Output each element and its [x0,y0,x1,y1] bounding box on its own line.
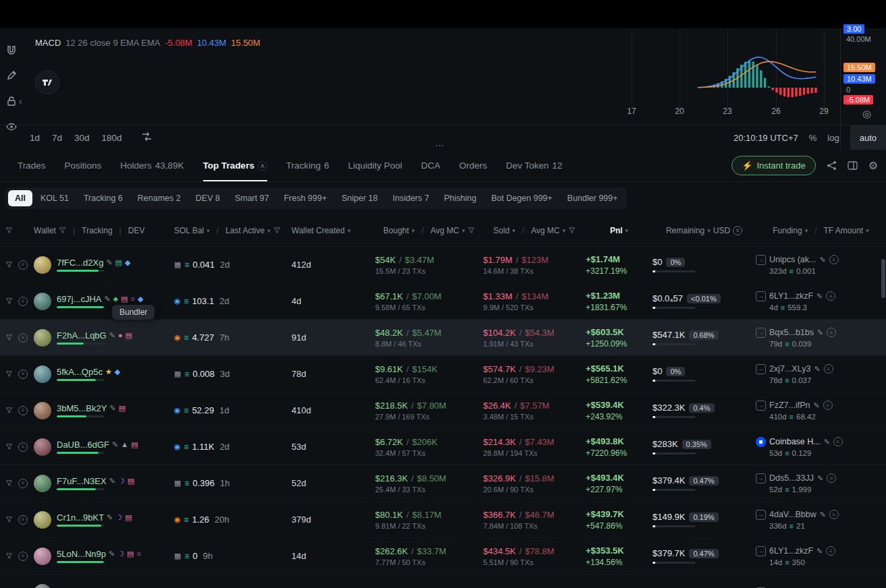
stack-green-icon[interactable]: ▤ [115,259,122,266]
row-filter-icon[interactable] [5,370,13,378]
col-wallet-created[interactable]: Wallet Created [292,226,345,235]
chip-dev-8[interactable]: DEV 8 [189,190,227,206]
clock[interactable]: 20:10:19 UTC+7 [733,133,798,143]
person-icon[interactable]: ● [118,332,123,339]
table-row[interactable]: ≡ 5fkA...Qp5c★◆ ▦ ≡ 0.008 3d 78d $9.61K/… [0,356,886,392]
edit-icon[interactable]: ✎ [109,332,115,339]
timeframe-30d[interactable]: 30d [74,133,90,143]
row-menu-icon[interactable]: ≡ [18,552,28,561]
col-dev[interactable]: DEV [128,226,145,235]
row-filter-icon[interactable] [5,443,13,450]
wallet-address[interactable]: 697j...cJHA [57,294,101,304]
gem-icon[interactable]: ◆ [138,295,143,303]
avatar[interactable] [34,475,51,492]
transfer-icon[interactable]: → [756,291,766,301]
edit-icon[interactable]: ✎ [817,328,823,337]
tab-dca[interactable]: DCA [412,150,450,181]
timeframe-1d[interactable]: 1d [30,133,40,143]
tab-tracking[interactable]: Tracking6 [277,150,339,181]
filter-funnel-icon[interactable] [5,227,13,234]
avatar[interactable] [34,365,51,383]
funding-copy-icon[interactable]: ≡ [824,364,833,374]
tab-holders[interactable]: Holders43,89K [111,150,193,181]
stack-pink-icon[interactable]: ▤ [125,514,132,521]
ring-icon[interactable]: ○ [130,295,135,303]
wallet-address[interactable]: 7fFC...d2Xg [57,258,103,268]
share-nodes-icon[interactable] [827,160,837,171]
chip-sniper-18[interactable]: Sniper 18 [335,190,385,206]
funding-source[interactable]: 4daV...Bbbw [769,510,816,519]
gem-icon[interactable]: ◆ [115,368,120,376]
tab-liquidity-pool[interactable]: Liquidity Pool [339,150,412,181]
table-row[interactable]: ≡ 7fFC...d2Xg✎▤◆ ▦ ≡ 0.041 2d 412d $54K/… [0,247,886,283]
transfer-icon[interactable]: → [756,401,766,411]
sold-filter-icon[interactable] [568,227,576,234]
row-filter-icon[interactable] [5,552,13,560]
funding-source[interactable]: 6LY1...zkzF [769,546,813,556]
edit-icon[interactable]: ✎ [819,256,825,264]
gear-icon[interactable]: ⚙ [868,159,878,172]
instant-trade-button[interactable]: ⚡ Instant trade [731,156,816,175]
indicator-name[interactable]: MACD [35,38,61,48]
col-pnl[interactable]: Pnl [610,226,623,235]
timeframe-180d[interactable]: 180d [102,133,122,143]
chip-all[interactable]: All [8,190,32,206]
ring-icon[interactable]: ○ [137,550,142,558]
table-row[interactable]: ≡ F7uF...N3EX✎☽▤ ▦ ≡ 0.396 1h 52d $216.3… [0,465,886,502]
col-bought[interactable]: Bought [383,226,409,235]
row-filter-icon[interactable] [5,334,13,341]
avatar[interactable] [34,511,51,529]
wallet-address[interactable]: 5LoN...Nn9p [57,549,106,559]
avatar[interactable] [34,329,51,347]
funding-copy-icon[interactable]: ≡ [829,510,839,519]
draw-tool-icon[interactable] [6,70,17,81]
wallet-address[interactable]: DaUB...6dGF [57,440,109,450]
col-wallet[interactable]: Wallet [34,226,56,235]
chip-smart-97[interactable]: Smart 97 [228,190,276,206]
col-last-active[interactable]: Last Active [225,226,265,235]
avatar[interactable] [34,548,51,565]
edit-icon[interactable]: ✎ [816,547,823,556]
star-icon[interactable]: ★ [105,368,112,376]
moon-icon[interactable]: ☽ [118,477,125,485]
table-row[interactable]: ≡ $569.7K/$45.4M $462.8K/$73.9M +$321.5K [0,575,886,588]
edit-icon[interactable]: ✎ [106,259,112,266]
funding-source[interactable]: FzZ7...ifPn [769,401,810,410]
avatar[interactable] [34,256,51,274]
funding-copy-icon[interactable]: ≡ [826,291,835,301]
transfer-icon[interactable]: → [756,364,766,374]
chip-tracking-6[interactable]: Tracking 6 [77,190,130,206]
tab-positions[interactable]: Positions [55,150,111,181]
chip-bot-degen-999-[interactable]: Bot Degen 999+ [484,190,559,206]
funding-copy-icon[interactable]: ≡ [827,328,836,337]
chip-kol-51[interactable]: KOL 51 [34,190,76,206]
table-row[interactable]: ≡ Cr1n...9bKT✎☽▤ ◉ ≡ 1.26 20h 379d $80.1… [0,502,886,538]
indicator-settings-icon[interactable]: ◎ [862,108,871,120]
transfer-icon[interactable]: → [756,510,766,520]
row-filter-icon[interactable] [5,297,13,305]
funding-source[interactable]: Dds5...33JJ [769,473,814,483]
row-menu-icon[interactable]: ≡ [18,442,28,452]
auto-scale-toggle[interactable]: auto [850,125,886,150]
row-menu-icon[interactable]: ≡ [18,297,28,306]
chip-phishing[interactable]: Phishing [437,190,483,206]
transfer-icon[interactable]: → [756,473,766,483]
edit-icon[interactable]: ✎ [816,292,823,301]
edit-icon[interactable]: ✎ [814,365,820,374]
scrollbar[interactable] [881,249,885,587]
chip-bundler-999-[interactable]: Bundler 999+ [561,190,625,206]
table-row[interactable]: ≡ 3bM5...Bk2Y✎▤ ◉ ≡ 52.29 1d 410d $218.5… [0,392,886,429]
edit-icon[interactable]: ✎ [109,477,115,485]
row-filter-icon[interactable] [5,516,13,523]
edit-icon[interactable]: ✎ [820,510,826,519]
row-menu-icon[interactable]: ≡ [18,260,28,270]
table-row[interactable]: ≡ DaUB...6dGF✎▲▤ ◉ ≡ 1.11K 2d 53d $6.72K… [0,429,886,465]
scrollbar-thumb[interactable] [881,259,885,298]
avatar[interactable] [34,584,51,588]
row-menu-icon[interactable]: ≡ [18,370,28,379]
funding-source[interactable]: Coinbase H... [769,437,821,446]
bought-filter-icon[interactable] [468,227,475,234]
funding-copy-icon[interactable]: ≡ [826,546,835,556]
edit-icon[interactable]: ✎ [109,550,115,558]
funding-source[interactable]: 2xj7...XLy3 [769,364,810,374]
